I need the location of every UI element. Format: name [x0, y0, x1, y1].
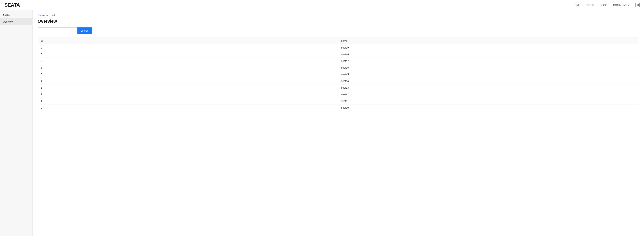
- sidebar-brand: Seata: [0, 10, 32, 18]
- nav: HOME DOCS BLOG COMMUNITY ⊞: [573, 3, 640, 7]
- search-bar: search: [38, 27, 639, 34]
- cell-name: seata5: [338, 71, 639, 78]
- cell-id: 2: [38, 91, 338, 98]
- cell-name: seata4: [338, 78, 639, 84]
- table-row[interactable]: 1seata1: [38, 98, 639, 105]
- table-row[interactable]: 6seata6: [38, 64, 639, 71]
- sidebar: Seata Overview: [0, 10, 32, 236]
- breadcrumb: Overview / list: [38, 14, 639, 17]
- column-header-name: name: [338, 38, 639, 44]
- cell-name: seata8: [338, 51, 639, 58]
- cell-id: 4: [38, 78, 338, 84]
- sidebar-item-overview[interactable]: Overview: [0, 18, 32, 25]
- cell-id: 3: [38, 84, 338, 91]
- cell-id: 0: [38, 105, 338, 111]
- cell-id: 9: [38, 44, 338, 51]
- nav-blog[interactable]: BLOG: [600, 3, 607, 6]
- table-body: 9seata98seata87seata76seata65seata54seat…: [38, 44, 639, 111]
- cell-id: 7: [38, 58, 338, 64]
- search-input[interactable]: [38, 27, 78, 34]
- grid-icon[interactable]: ⊞: [635, 3, 640, 7]
- layout: Seata Overview Overview / list Overview …: [0, 10, 644, 236]
- table-row[interactable]: 9seata9: [38, 44, 639, 51]
- nav-community[interactable]: COMMUNITY: [613, 3, 630, 6]
- nav-docs[interactable]: DOCS: [586, 3, 594, 6]
- table-row[interactable]: 2seata2: [38, 91, 639, 98]
- cell-name: seata7: [338, 58, 639, 64]
- main-content: Overview / list Overview search id name …: [32, 10, 644, 236]
- table-row[interactable]: 5seata5: [38, 71, 639, 78]
- table-row[interactable]: 0seata0: [38, 105, 639, 111]
- cell-name: seata2: [338, 91, 639, 98]
- table-row[interactable]: 4seata4: [38, 78, 639, 84]
- table-row[interactable]: 3seata3: [38, 84, 639, 91]
- cell-name: seata3: [338, 84, 639, 91]
- cell-name: seata1: [338, 98, 639, 105]
- data-table: id name 9seata98seata87seata76seata65sea…: [38, 37, 639, 111]
- breadcrumb-separator: /: [50, 14, 50, 17]
- table-header: id name: [38, 38, 639, 44]
- cell-id: 1: [38, 98, 338, 105]
- breadcrumb-list: list: [52, 14, 55, 17]
- sidebar-menu: Overview: [0, 18, 32, 25]
- cell-id: 5: [38, 71, 338, 78]
- table-row[interactable]: 7seata7: [38, 58, 639, 64]
- page-title: Overview: [38, 19, 639, 24]
- cell-name: seata9: [338, 44, 639, 51]
- search-button[interactable]: search: [78, 27, 92, 34]
- column-header-id: id: [38, 38, 338, 44]
- cell-id: 6: [38, 64, 338, 71]
- header: SEATA HOME DOCS BLOG COMMUNITY ⊞: [0, 0, 644, 10]
- cell-name: seata0: [338, 105, 639, 111]
- breadcrumb-overview[interactable]: Overview: [38, 14, 48, 17]
- cell-id: 8: [38, 51, 338, 58]
- logo[interactable]: SEATA: [4, 2, 20, 8]
- table-header-row: id name: [38, 38, 639, 44]
- cell-name: seata6: [338, 64, 639, 71]
- nav-home[interactable]: HOME: [573, 3, 581, 6]
- table-row[interactable]: 8seata8: [38, 51, 639, 58]
